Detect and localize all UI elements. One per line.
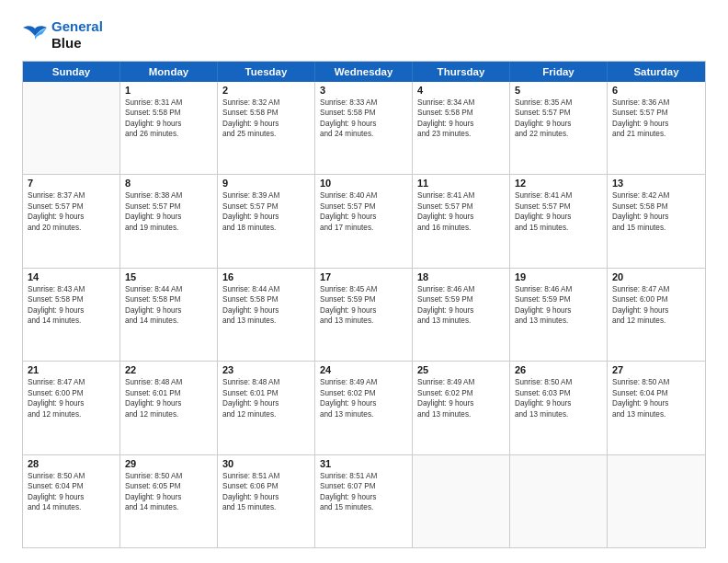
- day-number: 17: [320, 271, 407, 282]
- day-number: 26: [515, 364, 602, 375]
- day-header-monday: Monday: [120, 62, 218, 82]
- day-cell-14: 14Sunrise: 8:43 AMSunset: 5:58 PMDayligh…: [23, 269, 120, 361]
- day-info: Sunrise: 8:43 AMSunset: 5:58 PMDaylight:…: [28, 284, 115, 327]
- day-header-tuesday: Tuesday: [218, 62, 315, 82]
- day-info: Sunrise: 8:47 AMSunset: 6:00 PMDaylight:…: [28, 377, 115, 419]
- day-number: 31: [320, 458, 407, 469]
- day-number: 27: [612, 364, 700, 375]
- day-cell-5: 5Sunrise: 8:35 AMSunset: 5:57 PMDaylight…: [510, 82, 608, 174]
- day-number: 23: [222, 364, 310, 375]
- day-number: 20: [612, 271, 700, 282]
- day-info: Sunrise: 8:48 AMSunset: 6:01 PMDaylight:…: [222, 377, 310, 419]
- day-cell-31: 31Sunrise: 8:51 AMSunset: 6:07 PMDayligh…: [315, 455, 413, 547]
- logo-icon: [22, 25, 48, 45]
- day-number: 8: [125, 178, 212, 189]
- day-info: Sunrise: 8:50 AMSunset: 6:03 PMDaylight:…: [515, 377, 602, 419]
- calendar: SundayMondayTuesdayWednesdayThursdayFrid…: [22, 61, 706, 548]
- day-cell-9: 9Sunrise: 8:39 AMSunset: 5:57 PMDaylight…: [218, 175, 315, 267]
- day-cell-8: 8Sunrise: 8:38 AMSunset: 5:57 PMDaylight…: [120, 175, 218, 267]
- day-number: 11: [417, 178, 505, 189]
- day-cell-7: 7Sunrise: 8:37 AMSunset: 5:57 PMDaylight…: [23, 175, 120, 267]
- day-cell-11: 11Sunrise: 8:41 AMSunset: 5:57 PMDayligh…: [413, 175, 510, 267]
- day-info: Sunrise: 8:50 AMSunset: 6:05 PMDaylight:…: [125, 471, 212, 513]
- day-header-saturday: Saturday: [608, 62, 705, 82]
- week-row-5: 28Sunrise: 8:50 AMSunset: 6:04 PMDayligh…: [23, 455, 705, 547]
- day-cell-16: 16Sunrise: 8:44 AMSunset: 5:58 PMDayligh…: [218, 269, 315, 361]
- day-info: Sunrise: 8:38 AMSunset: 5:57 PMDaylight:…: [125, 190, 212, 233]
- day-info: Sunrise: 8:46 AMSunset: 5:59 PMDaylight:…: [515, 284, 602, 327]
- day-number: 3: [320, 85, 407, 96]
- day-number: 14: [28, 271, 115, 282]
- day-header-thursday: Thursday: [413, 62, 510, 82]
- day-number: 6: [612, 85, 700, 96]
- day-number: 10: [320, 178, 407, 189]
- day-number: 13: [612, 178, 700, 189]
- calendar-body: 1Sunrise: 8:31 AMSunset: 5:58 PMDaylight…: [23, 82, 705, 547]
- week-row-4: 21Sunrise: 8:47 AMSunset: 6:00 PMDayligh…: [23, 362, 705, 454]
- logo-text: General Blue: [51, 18, 103, 52]
- day-number: 30: [222, 458, 310, 469]
- day-cell-22: 22Sunrise: 8:48 AMSunset: 6:01 PMDayligh…: [120, 362, 218, 454]
- day-number: 28: [28, 458, 115, 469]
- day-info: Sunrise: 8:48 AMSunset: 6:01 PMDaylight:…: [125, 377, 212, 419]
- day-number: 29: [125, 458, 212, 469]
- day-header-wednesday: Wednesday: [315, 62, 413, 82]
- day-cell-29: 29Sunrise: 8:50 AMSunset: 6:05 PMDayligh…: [120, 455, 218, 547]
- day-info: Sunrise: 8:36 AMSunset: 5:57 PMDaylight:…: [612, 98, 700, 140]
- day-cell-1: 1Sunrise: 8:31 AMSunset: 5:58 PMDaylight…: [120, 82, 218, 174]
- day-info: Sunrise: 8:37 AMSunset: 5:57 PMDaylight:…: [28, 190, 115, 233]
- day-cell-13: 13Sunrise: 8:42 AMSunset: 5:58 PMDayligh…: [608, 175, 705, 267]
- day-info: Sunrise: 8:47 AMSunset: 6:00 PMDaylight:…: [612, 284, 700, 327]
- day-cell-4: 4Sunrise: 8:34 AMSunset: 5:58 PMDaylight…: [413, 82, 510, 174]
- day-cell-20: 20Sunrise: 8:47 AMSunset: 6:00 PMDayligh…: [608, 269, 705, 361]
- day-cell-2: 2Sunrise: 8:32 AMSunset: 5:58 PMDaylight…: [218, 82, 315, 174]
- day-number: 16: [222, 271, 310, 282]
- day-info: Sunrise: 8:35 AMSunset: 5:57 PMDaylight:…: [515, 98, 602, 140]
- day-info: Sunrise: 8:41 AMSunset: 5:57 PMDaylight:…: [515, 190, 602, 233]
- day-cell-18: 18Sunrise: 8:46 AMSunset: 5:59 PMDayligh…: [413, 269, 510, 361]
- day-number: 2: [222, 85, 310, 96]
- day-number: 7: [28, 178, 115, 189]
- week-row-2: 7Sunrise: 8:37 AMSunset: 5:57 PMDaylight…: [23, 175, 705, 268]
- day-number: 12: [515, 178, 602, 189]
- day-number: 19: [515, 271, 602, 282]
- day-cell-10: 10Sunrise: 8:40 AMSunset: 5:57 PMDayligh…: [315, 175, 413, 267]
- day-number: 22: [125, 364, 212, 375]
- day-cell-12: 12Sunrise: 8:41 AMSunset: 5:57 PMDayligh…: [510, 175, 608, 267]
- day-info: Sunrise: 8:46 AMSunset: 5:59 PMDaylight:…: [417, 284, 505, 327]
- day-number: 25: [417, 364, 505, 375]
- day-cell-27: 27Sunrise: 8:50 AMSunset: 6:04 PMDayligh…: [608, 362, 705, 454]
- day-info: Sunrise: 8:31 AMSunset: 5:58 PMDaylight:…: [125, 98, 212, 140]
- day-cell-30: 30Sunrise: 8:51 AMSunset: 6:06 PMDayligh…: [218, 455, 315, 547]
- day-info: Sunrise: 8:49 AMSunset: 6:02 PMDaylight:…: [320, 377, 407, 419]
- day-info: Sunrise: 8:51 AMSunset: 6:07 PMDaylight:…: [320, 471, 407, 513]
- day-number: 1: [125, 85, 212, 96]
- day-cell-15: 15Sunrise: 8:44 AMSunset: 5:58 PMDayligh…: [120, 269, 218, 361]
- day-info: Sunrise: 8:44 AMSunset: 5:58 PMDaylight:…: [125, 284, 212, 327]
- calendar-header: SundayMondayTuesdayWednesdayThursdayFrid…: [23, 62, 705, 82]
- day-number: 5: [515, 85, 602, 96]
- day-info: Sunrise: 8:40 AMSunset: 5:57 PMDaylight:…: [320, 190, 407, 233]
- day-number: 15: [125, 271, 212, 282]
- day-number: 18: [417, 271, 505, 282]
- week-row-3: 14Sunrise: 8:43 AMSunset: 5:58 PMDayligh…: [23, 269, 705, 362]
- day-info: Sunrise: 8:49 AMSunset: 6:02 PMDaylight:…: [417, 377, 505, 419]
- day-cell-26: 26Sunrise: 8:50 AMSunset: 6:03 PMDayligh…: [510, 362, 608, 454]
- day-info: Sunrise: 8:33 AMSunset: 5:58 PMDaylight:…: [320, 98, 407, 140]
- day-number: 9: [222, 178, 310, 189]
- day-cell-17: 17Sunrise: 8:45 AMSunset: 5:59 PMDayligh…: [315, 269, 413, 361]
- day-cell-6: 6Sunrise: 8:36 AMSunset: 5:57 PMDaylight…: [608, 82, 705, 174]
- day-header-friday: Friday: [510, 62, 608, 82]
- day-info: Sunrise: 8:41 AMSunset: 5:57 PMDaylight:…: [417, 190, 505, 233]
- header: General Blue: [22, 18, 706, 52]
- day-number: 21: [28, 364, 115, 375]
- logo: General Blue: [22, 18, 103, 52]
- day-info: Sunrise: 8:51 AMSunset: 6:06 PMDaylight:…: [222, 471, 310, 513]
- day-info: Sunrise: 8:50 AMSunset: 6:04 PMDaylight:…: [28, 471, 115, 513]
- day-cell-19: 19Sunrise: 8:46 AMSunset: 5:59 PMDayligh…: [510, 269, 608, 361]
- day-info: Sunrise: 8:45 AMSunset: 5:59 PMDaylight:…: [320, 284, 407, 327]
- day-cell-28: 28Sunrise: 8:50 AMSunset: 6:04 PMDayligh…: [23, 455, 120, 547]
- day-cell-empty: [413, 455, 510, 547]
- day-number: 4: [417, 85, 505, 96]
- day-cell-empty: [608, 455, 705, 547]
